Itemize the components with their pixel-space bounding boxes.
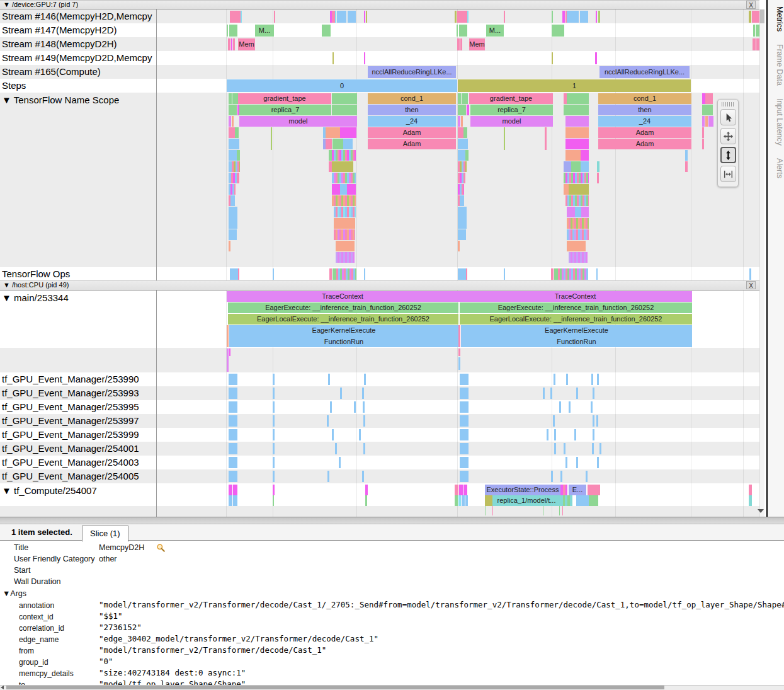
trace-slice[interactable]: gradient_tape [238,93,331,104]
row-label[interactable]: tf_GPU_Event_Manager/253993 [0,386,156,400]
trace-slice[interactable] [458,325,460,347]
trace-slice[interactable] [229,495,232,506]
trace-slice[interactable] [458,127,463,138]
trace-slice[interactable] [230,184,236,195]
trace-slice[interactable] [227,325,229,347]
trace-slice[interactable] [229,374,237,385]
trace-slice[interactable] [332,52,334,64]
trace-slice[interactable]: gradient_tape [469,93,553,104]
trace-slice[interactable] [554,443,556,454]
trace-slice[interactable] [273,415,275,427]
trace-slice[interactable] [332,93,357,104]
trace-slice[interactable] [543,93,551,104]
trace-slice[interactable] [459,25,467,37]
sidebar-tab-frame-data[interactable]: Frame Data [768,38,784,92]
trace-slice[interactable] [362,471,364,482]
toolbar-grip-icon[interactable] [722,102,734,106]
trace-slice[interactable] [366,11,367,23]
trace-slice[interactable]: EagerKernelExecute [461,325,692,336]
trace-slice[interactable] [229,429,237,440]
scroll-down-icon[interactable] [758,509,764,513]
trace-slice[interactable] [465,495,468,506]
row-label[interactable]: Stream #146(MemcpyH2D,Memcpy [0,9,156,23]
trace-slice[interactable] [229,139,239,149]
trace-slice[interactable] [359,429,361,440]
trace-slice[interactable]: replica_1/model/t... [492,495,560,506]
trace-slice[interactable] [702,105,713,115]
row-label[interactable]: Stream #149(MemcpyD2D,Memcpy [0,51,156,65]
trace-slice[interactable] [229,105,237,115]
trace-slice[interactable] [364,11,365,23]
sidebar-tab-input-latency[interactable]: Input Latency [768,92,784,152]
trace-slice[interactable]: then [598,105,691,115]
trace-slice[interactable]: Mem [238,38,255,50]
row-label[interactable]: tf_GPU_Event_Manager/254005 [0,469,156,483]
trace-slice[interactable] [580,11,588,23]
trace-slice[interactable] [597,173,599,183]
magnifier-icon[interactable] [156,543,166,553]
trace-slice[interactable]: then [368,105,456,115]
trace-slice[interactable] [588,485,600,495]
trace-slice[interactable] [363,401,365,413]
trace-slice[interactable] [229,388,237,399]
trace-slice[interactable] [589,495,598,506]
trace-slice[interactable] [335,443,337,454]
trace-slice[interactable] [327,415,329,427]
trace-slice[interactable] [581,161,589,172]
trace-slice[interactable] [363,443,365,454]
close-icon[interactable]: X [746,281,756,289]
row-label[interactable]: ▼ main/253344 [0,290,156,303]
trace-slice[interactable] [458,357,460,370]
trace-slice[interactable] [273,495,274,506]
trace-slice[interactable] [232,161,240,172]
trace-slice[interactable] [229,471,237,482]
trace-slice[interactable] [457,38,460,50]
trace-slice[interactable] [229,485,232,495]
trace-slice[interactable] [569,401,571,413]
trace-slice[interactable] [458,348,460,356]
trace-slice[interactable]: EagerKernelExecute [229,325,458,336]
trace-slice[interactable] [581,184,589,195]
trace-slice[interactable] [332,195,356,206]
trace-slice[interactable] [273,429,275,440]
trace-slice[interactable] [564,184,569,195]
trace-slice[interactable] [232,116,234,127]
trace-slice[interactable] [340,127,356,138]
row-label[interactable]: tf_GPU_Event_Manager/253997 [0,414,156,428]
trace-slice[interactable]: _24 [368,116,456,127]
trace-slice[interactable]: Adam [368,127,456,138]
trace-slice[interactable] [332,173,356,183]
trace-slice[interactable] [329,268,332,280]
trace-slice[interactable] [334,218,355,229]
trace-slice[interactable] [749,11,751,23]
trace-slice[interactable] [753,25,755,37]
trace-slice[interactable] [237,173,239,183]
trace-slice[interactable] [273,401,275,413]
trace-slice[interactable]: TraceContext [227,291,458,302]
trace-slice[interactable] [343,161,353,172]
trace-slice[interactable] [564,173,589,183]
trace-slice[interactable] [702,127,704,138]
trace-slice[interactable] [330,401,332,413]
trace-slice[interactable] [486,506,486,515]
trace-slice[interactable] [564,443,565,454]
trace-slice[interactable] [460,443,469,454]
trace-slice[interactable]: ExecutorState::Process [485,485,560,495]
trace-slice[interactable] [576,495,589,506]
trace-slice[interactable] [273,268,274,280]
trace-slice[interactable] [458,116,460,127]
trace-slice[interactable] [565,116,589,127]
trace-slice[interactable] [543,116,551,127]
trace-slice[interactable] [458,173,465,183]
trace-slice[interactable] [565,485,567,495]
trace-slice[interactable] [460,38,462,50]
trace-slice[interactable] [322,25,331,37]
trace-slice[interactable] [567,229,589,240]
trace-slice[interactable] [567,11,579,23]
trace-slice[interactable] [545,127,547,150]
trace-slice[interactable] [558,268,588,280]
trace-slice[interactable] [550,388,552,399]
trace-slice[interactable] [332,184,340,195]
vertical-zoom-tool-button[interactable] [720,147,736,163]
trace-slice[interactable] [332,139,343,149]
